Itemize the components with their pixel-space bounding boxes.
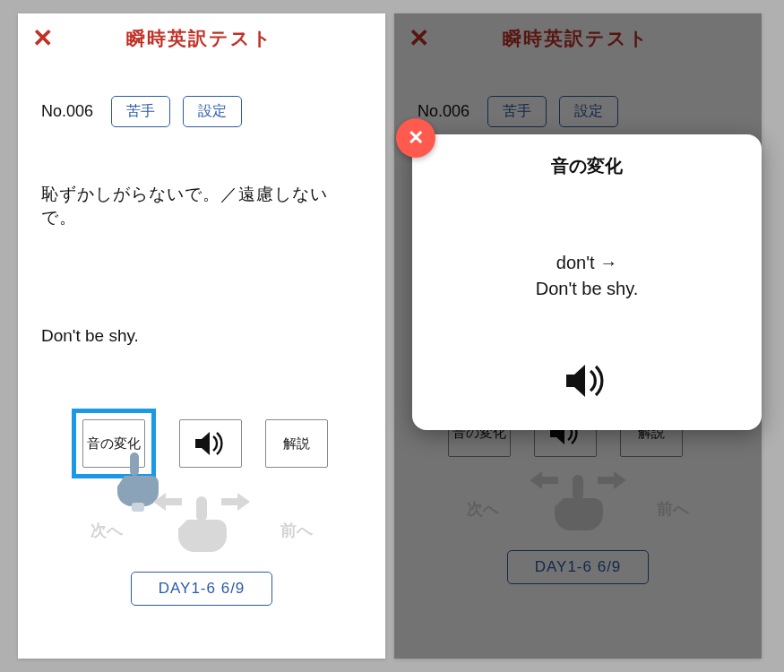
header: ✕ 瞬時英訳テスト <box>18 13 385 64</box>
sound-change-button[interactable]: 音の変化 <box>82 419 145 468</box>
popup-line2: Don't be shy. <box>428 276 745 302</box>
japanese-text: 恥ずかしがらないで。／遠慮しないで。 <box>41 183 362 229</box>
popup-close-button[interactable]: ✕ <box>396 118 435 158</box>
progress-button[interactable]: DAY1-6 6/9 <box>131 572 273 606</box>
action-row: 音の変化 解説 <box>72 409 385 478</box>
explain-button[interactable]: 解説 <box>265 419 328 468</box>
prev-label: 前へ <box>280 520 313 541</box>
next-label: 次へ <box>90 520 123 541</box>
page-title: 瞬時英訳テスト <box>28 26 371 51</box>
sound-change-popup: ✕ 音の変化 don't → Don't be shy. <box>412 134 762 430</box>
speaker-icon <box>564 363 610 399</box>
settings-button[interactable]: 設定 <box>183 96 242 127</box>
screen-main: ✕ 瞬時英訳テスト No.006 苦手 設定 恥ずかしがらないで。／遠慮しないで… <box>18 13 385 659</box>
popup-audio-button[interactable] <box>564 363 610 399</box>
english-text: Don't be shy. <box>41 326 362 346</box>
audio-button[interactable] <box>179 419 242 468</box>
svg-rect-2 <box>196 496 207 521</box>
card-controls: No.006 苦手 設定 <box>41 96 385 127</box>
swipe-icon <box>148 487 255 556</box>
popup-title: 音の変化 <box>428 154 745 178</box>
weak-button[interactable]: 苦手 <box>111 96 170 127</box>
swipe-hint: 次へ 前へ <box>85 486 318 557</box>
close-icon: ✕ <box>408 126 424 150</box>
popup-body: don't → Don't be shy. <box>428 250 745 302</box>
speaker-icon <box>194 430 228 457</box>
popup-line1: don't → <box>428 250 745 276</box>
highlight-frame: 音の変化 <box>72 409 156 478</box>
card-number: No.006 <box>41 102 93 121</box>
